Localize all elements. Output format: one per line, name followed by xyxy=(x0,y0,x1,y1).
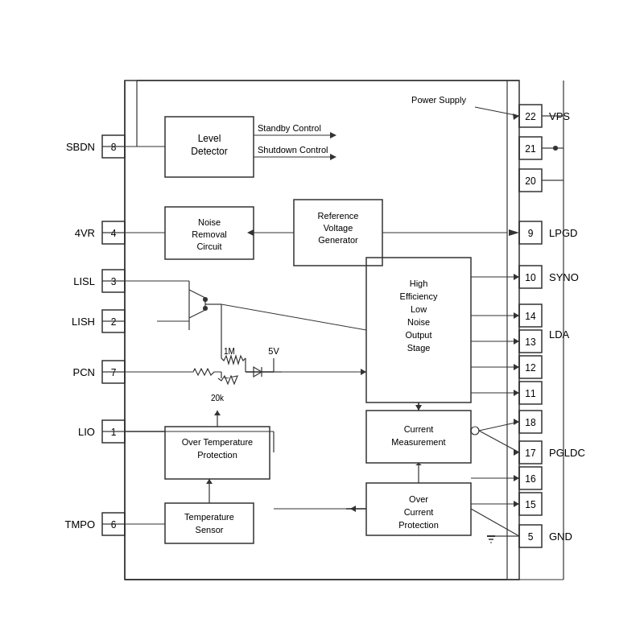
pin-8: 8 xyxy=(111,142,117,153)
svg-point-80 xyxy=(203,306,208,311)
tmpo-label: TMPO xyxy=(64,518,95,530)
resistor-1m-label: 1M xyxy=(224,347,235,356)
standby-control-label: Standby Control xyxy=(258,123,321,133)
ref-voltage-label: Reference xyxy=(318,211,359,221)
pin-3: 3 xyxy=(111,276,117,287)
svg-text:Voltage: Voltage xyxy=(324,223,353,233)
pgldc-label: PGLDC xyxy=(549,447,585,459)
pin-2: 2 xyxy=(111,316,117,328)
pin-10: 10 xyxy=(525,272,536,283)
pin-4: 4 xyxy=(111,228,117,239)
over-current-label: Over xyxy=(409,494,428,504)
power-supply-label: Power Supply xyxy=(411,95,466,105)
lda-label: LDA xyxy=(549,328,570,341)
svg-text:Circuit: Circuit xyxy=(196,242,221,251)
pin-14: 14 xyxy=(525,311,536,322)
diagram-container: 22 21 20 9 10 14 13 12 11 18 17 16 15 5 … xyxy=(0,0,644,644)
pin-1: 1 xyxy=(111,427,117,438)
vr4-label: 4VR xyxy=(75,227,95,239)
svg-text:Efficiency: Efficiency xyxy=(400,291,438,301)
temp-sensor-label: Temperature xyxy=(184,512,234,522)
pin-15: 15 xyxy=(525,499,536,510)
current-measurement-label: Current xyxy=(404,424,434,434)
svg-text:Current: Current xyxy=(404,507,434,517)
pin-7: 7 xyxy=(111,367,117,378)
svg-text:Output: Output xyxy=(405,330,431,340)
lisl-label: LISL xyxy=(73,275,95,287)
lish-label: LISH xyxy=(72,316,95,328)
lio-label: LIO xyxy=(78,426,95,438)
high-efficiency-label: High xyxy=(410,279,428,288)
pin-18: 18 xyxy=(525,417,536,428)
pin-5: 5 xyxy=(528,531,534,543)
level-detector-label: Level xyxy=(198,133,221,144)
svg-text:Noise: Noise xyxy=(407,317,430,327)
pcn-label: PCN xyxy=(73,366,95,378)
pin-13: 13 xyxy=(525,336,536,348)
svg-text:Measurement: Measurement xyxy=(391,437,445,447)
over-temp-label: Over Temperature xyxy=(182,437,253,447)
pin-12: 12 xyxy=(525,362,536,374)
pin-22: 22 xyxy=(525,111,536,122)
noise-removal-label: Noise xyxy=(198,217,221,227)
svg-text:Protection: Protection xyxy=(197,450,237,460)
svg-text:Stage: Stage xyxy=(407,343,431,353)
sbdn-label: SBDN xyxy=(66,141,95,153)
pin-21: 21 xyxy=(525,143,536,155)
svg-text:Sensor: Sensor xyxy=(196,525,224,535)
svg-text:Detector: Detector xyxy=(191,146,227,157)
pin-11: 11 xyxy=(525,388,536,399)
svg-text:Protection: Protection xyxy=(398,520,439,530)
pin-6: 6 xyxy=(111,519,117,530)
shutdown-control-label: Shutdown Control xyxy=(258,145,328,155)
pin-16: 16 xyxy=(525,473,536,485)
svg-point-79 xyxy=(203,297,208,302)
svg-text:Removal: Removal xyxy=(192,229,226,239)
voltage-5v-label: 5V xyxy=(268,346,279,356)
svg-text:Generator: Generator xyxy=(318,235,358,245)
pin-17: 17 xyxy=(525,448,536,459)
resistor-20k-label: 20k xyxy=(211,394,225,402)
svg-text:Low: Low xyxy=(411,304,427,314)
pin-20: 20 xyxy=(525,175,536,187)
pin-9: 9 xyxy=(528,228,534,239)
gnd-label: GND xyxy=(549,530,572,543)
